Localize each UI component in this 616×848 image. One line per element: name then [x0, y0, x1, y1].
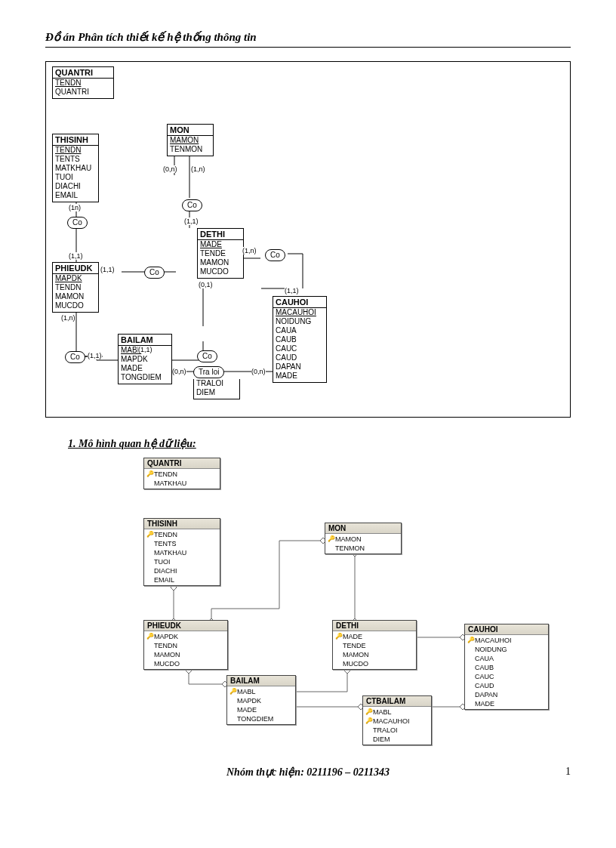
entity-phieudk: PHIEUDK MAPDK TENDN MAMON MUCDO: [52, 262, 99, 313]
rel-traloi: Tra loi: [193, 366, 224, 378]
er-diagram: QUANTRI TENDN QUANTRI THISINH TENDN TENT…: [45, 61, 571, 418]
entity-title: QUANTRI: [53, 67, 113, 79]
rel-co: Co: [144, 267, 165, 279]
entity-dethi: DETHI MADE TENDE MAMON MUCDO: [197, 228, 244, 279]
section-heading: 1. Mô hình quan hệ dữ liệu:: [68, 437, 571, 450]
entity-thisinh: THISINH TENDN TENTS MATKHAU TUOI DIACHI …: [52, 134, 99, 202]
entity-bailam: BAILAM MABL MAPDK MADE TONGDIEM: [118, 334, 172, 384]
table-cauhoi: CAUHOI 🔑MACAUHOI NOIDUNG CAUA CAUB CAUC …: [464, 624, 549, 710]
rel-traloi-attrs: TRALOI DIEM: [193, 379, 240, 399]
rel-co: Co: [65, 351, 85, 363]
relational-diagram: QUANTRI 🔑TENDN MATKHAU THISINH 🔑TENDN TE…: [91, 458, 571, 745]
table-thisinh: THISINH 🔑TENDN TENTS MATKHAU TUOI DIACHI…: [143, 518, 220, 586]
page-title: Đồ án Phân tích thiết kế hệ thống thông …: [45, 30, 571, 48]
footer: Nhóm thực hiện: 0211196 – 0211343 1: [45, 766, 571, 779]
rel-co: Co: [67, 217, 88, 229]
table-quantri: QUANTRI 🔑TENDN MATKHAU: [143, 458, 220, 489]
table-phieudk: PHIEUDK 🔑MAPDK TENDN MAMON MUCDO: [143, 620, 228, 670]
rel-co: Co: [182, 199, 202, 211]
entity-mon: MON MAMON TENMON: [167, 124, 214, 156]
table-bailam: BAILAM 🔑MABL MAPDK MADE TONGDIEM: [226, 675, 296, 725]
rel-co: Co: [265, 249, 285, 261]
table-mon: MON 🔑MAMON TENMON: [325, 523, 402, 554]
entity-quantri: QUANTRI TENDN QUANTRI: [52, 66, 114, 99]
table-body: 🔑TENDN MATKHAU: [144, 469, 220, 489]
table-dethi: DETHI 🔑MADE TENDE MAMON MUCDO: [332, 620, 417, 670]
rel-co: Co: [197, 350, 217, 362]
table-ctbailam: CTBAILAM 🔑MABL 🔑MACAUHOI TRALOI DIEM: [362, 695, 432, 745]
entity-cauhoi: CAUHOI MACAUHOI NOIDUNG CAUA CAUB CAUC C…: [273, 296, 327, 383]
page-number: 1: [565, 766, 571, 778]
